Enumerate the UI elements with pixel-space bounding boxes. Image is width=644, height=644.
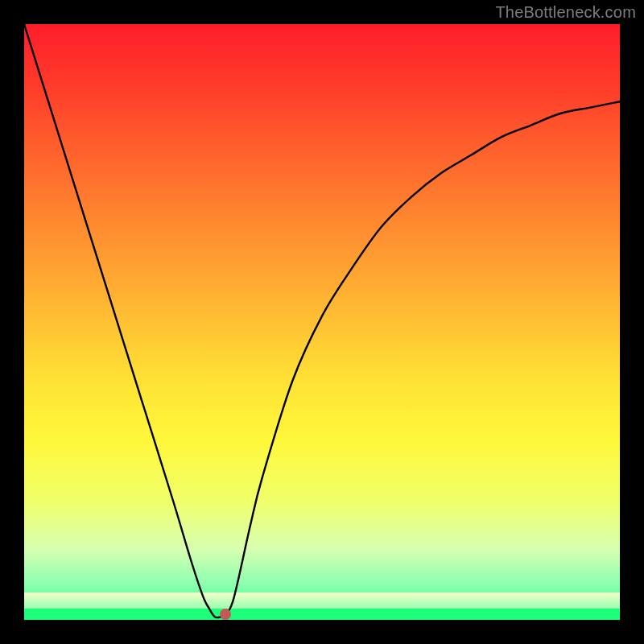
chart-frame: TheBottleneck.com bbox=[0, 0, 644, 644]
minimum-point-marker bbox=[220, 609, 231, 620]
plot-area bbox=[24, 24, 620, 620]
watermark-text: TheBottleneck.com bbox=[495, 3, 636, 22]
bottleneck-curve bbox=[24, 24, 620, 620]
